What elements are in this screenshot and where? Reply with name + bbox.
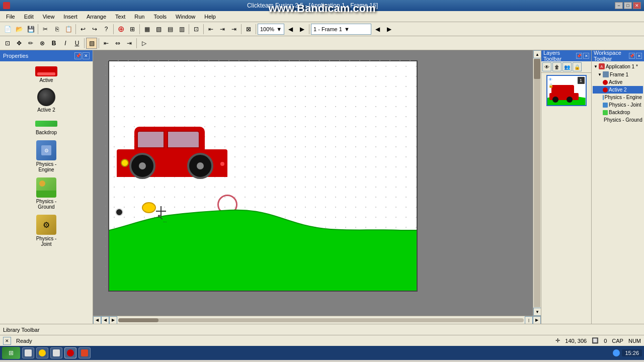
task-btn-5[interactable] <box>78 347 91 358</box>
hscroll-inner-right[interactable]: ▶ <box>109 316 117 324</box>
tree-app[interactable]: ▼ A Application 1 * <box>593 62 643 70</box>
frame-dropdown[interactable]: 1 - Frame 1 ▼ <box>311 24 371 35</box>
tb2-italic[interactable]: I <box>60 38 71 49</box>
hscroll-thumb[interactable] <box>118 318 158 322</box>
tb-open[interactable]: 📂 <box>14 24 25 35</box>
layers-pin[interactable]: 📌 <box>576 53 582 59</box>
tb-prev-frame[interactable]: ◀ <box>285 24 296 35</box>
tb-redo[interactable]: ↪ <box>89 24 100 35</box>
tb2-select[interactable]: ⊡ <box>2 38 13 49</box>
tb-new[interactable]: 📄 <box>2 24 13 35</box>
prop-item-physics-engine[interactable]: ⚙ Physics -Engine <box>2 138 91 174</box>
menu-insert[interactable]: Insert <box>59 13 82 21</box>
properties-pin[interactable]: 📌 <box>74 52 82 59</box>
tb-grid3[interactable]: ▤ <box>165 24 176 35</box>
prop-item-active[interactable]: Active <box>2 64 91 85</box>
tb2-underline[interactable]: U <box>71 38 83 49</box>
minimize-button[interactable]: − <box>615 2 623 9</box>
tree-item-backdrop[interactable]: Backdrop <box>593 109 643 116</box>
hscroll-inner-left[interactable]: ◀ <box>101 316 109 324</box>
prop-item-active2[interactable]: Active 2 <box>2 86 91 115</box>
tb-grid4[interactable]: ▥ <box>176 24 187 35</box>
tb-next-frame[interactable]: ▶ <box>296 24 307 35</box>
layers-tb-group[interactable]: 👥 <box>562 62 572 71</box>
layers-tb-lock[interactable]: 🔒 <box>573 62 582 71</box>
tb2-align-center[interactable]: ⇔ <box>112 38 123 49</box>
tb-paste[interactable]: 📋 <box>63 24 74 35</box>
tree-item-physics-ground[interactable]: Physics - Ground <box>593 116 643 124</box>
tb-transform[interactable]: ⊠ <box>243 24 254 35</box>
maximize-button[interactable]: □ <box>624 2 632 9</box>
tb2-run[interactable]: ▷ <box>138 38 149 49</box>
tb-copy[interactable]: ⎘ <box>51 24 62 35</box>
menu-view[interactable]: View <box>39 13 59 21</box>
hscroll-right[interactable]: ▶ <box>533 316 541 324</box>
close-button[interactable]: ✕ <box>633 2 641 9</box>
horizontal-scrollbar[interactable]: ◀ ◀ ▶ | ▶ <box>93 316 541 324</box>
tb2-align-left[interactable]: ⇤ <box>101 38 112 49</box>
menu-window[interactable]: Window <box>172 13 199 21</box>
prop-item-physics-joint[interactable]: ⚙ Physics -Joint <box>2 213 91 249</box>
frame-canvas[interactable]: ↖ ... <box>108 60 418 292</box>
vscroll-up[interactable]: ▲ <box>533 50 541 58</box>
tb-move[interactable]: ⊞ <box>127 24 138 35</box>
tb-align2[interactable]: ⇥ <box>217 24 228 35</box>
menu-text[interactable]: Text <box>111 13 129 21</box>
frame-thumbnail[interactable]: 1 👁 🔒 <box>546 75 587 106</box>
prop-item-backdrop[interactable]: Backdrop <box>2 116 91 137</box>
menu-edit[interactable]: Edit <box>20 13 38 21</box>
tree-item-active2[interactable]: Active 2 <box>593 86 643 94</box>
prop-item-physics-ground[interactable]: Physics -Ground <box>2 175 91 212</box>
tb2-color1[interactable]: ▧ <box>86 38 97 49</box>
tb-cut[interactable]: ✂ <box>40 24 51 35</box>
menu-tools[interactable]: Tools <box>149 13 171 21</box>
frame-eye-icon[interactable]: 👁 <box>548 77 553 82</box>
menu-help[interactable]: Help <box>200 13 220 21</box>
tb2-align-right[interactable]: ⇥ <box>124 38 135 49</box>
anchor-point[interactable] <box>115 208 123 216</box>
task-btn-4[interactable] <box>64 347 76 358</box>
layers-tb-del[interactable]: 🗑 <box>552 62 561 71</box>
layers-close[interactable]: ✕ <box>583 53 589 59</box>
task-btn-3[interactable] <box>50 347 62 358</box>
frame-lock-icon[interactable]: 🔒 <box>548 83 553 88</box>
status-close-btn[interactable]: ✕ <box>3 337 11 345</box>
frame-area[interactable]: ↖ ... <box>103 58 413 297</box>
tree-frame[interactable]: ▼ Frame 1 <box>593 70 643 78</box>
tb2-fill[interactable]: B <box>48 38 59 49</box>
menu-run[interactable]: Run <box>130 13 148 21</box>
vscroll-track[interactable] <box>534 59 540 307</box>
tb2-move[interactable]: ✥ <box>14 38 25 49</box>
tb-help[interactable]: ? <box>101 24 112 35</box>
hscroll-track[interactable] <box>118 318 524 322</box>
tb-undo[interactable]: ↩ <box>77 24 89 35</box>
tray-icon-1[interactable] <box>613 349 620 356</box>
tb2-eraser[interactable]: ⊗ <box>37 38 48 49</box>
task-btn-2[interactable] <box>36 347 48 358</box>
hscroll-jump[interactable]: | <box>525 316 533 324</box>
start-button[interactable]: ⊞ <box>2 347 20 359</box>
tb-frame-prev[interactable]: ◀ <box>372 24 383 35</box>
tb-grid1[interactable]: ▦ <box>141 24 152 35</box>
properties-close[interactable]: ✕ <box>83 52 90 59</box>
tree-item-active[interactable]: Active <box>593 78 643 86</box>
menu-arrange[interactable]: Arrange <box>83 13 110 21</box>
layers-tb-eye[interactable]: 👁 <box>542 62 551 71</box>
tb-align3[interactable]: ⇥ <box>228 24 239 35</box>
car-object[interactable] <box>117 127 227 177</box>
tb-grid2[interactable]: ▧ <box>153 24 164 35</box>
tree-item-physics-engine[interactable]: Physics - Engine <box>593 94 643 101</box>
workspace-close[interactable]: ✕ <box>636 53 642 59</box>
vscroll-down[interactable]: ▼ <box>533 308 541 316</box>
tb-add[interactable]: ⊕ <box>115 24 126 35</box>
workspace-pin[interactable]: 📌 <box>629 53 635 59</box>
tb2-pencil[interactable]: ✏ <box>25 38 36 49</box>
vscroll-thumb[interactable] <box>534 59 540 79</box>
tb-align1[interactable]: ⇤ <box>205 24 216 35</box>
tb-select[interactable]: ⊡ <box>191 24 202 35</box>
task-btn-1[interactable] <box>22 347 34 358</box>
menu-file[interactable]: File <box>2 13 19 21</box>
tb-save[interactable]: 💾 <box>25 24 36 35</box>
hscroll-left[interactable]: ◀ <box>93 316 101 324</box>
tb-frame-next[interactable]: ▶ <box>383 24 394 35</box>
